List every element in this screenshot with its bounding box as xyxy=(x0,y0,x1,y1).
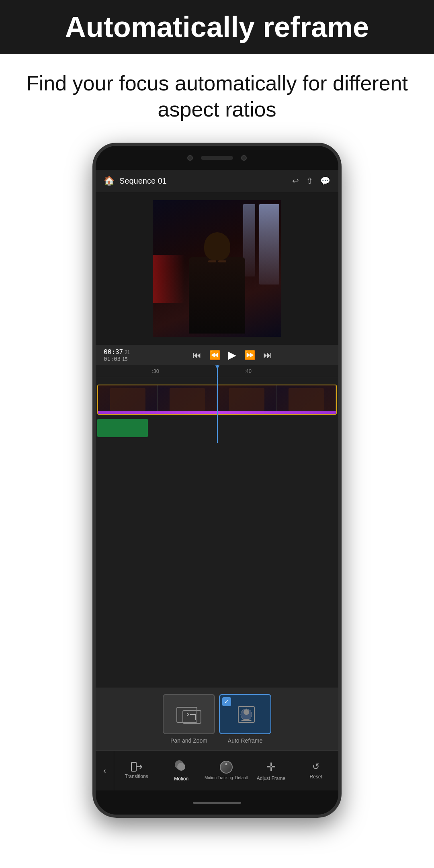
auto-reframe-box[interactable]: ✓ xyxy=(219,694,271,734)
toolbar-motion-button[interactable]: Motion xyxy=(159,751,204,790)
ruler-mark-30: :30 xyxy=(152,368,159,374)
motion-tracking-label: Motion Tracking: Default xyxy=(205,776,248,780)
glasses-right xyxy=(218,260,226,262)
knob-dot xyxy=(225,763,227,765)
timecode-current: 00:37 xyxy=(104,348,123,356)
playhead-line xyxy=(217,377,218,443)
person-container xyxy=(187,232,247,337)
timecode-total-row: 01:03 15 xyxy=(104,356,130,362)
motion-label: Motion xyxy=(174,776,188,782)
auto-reframe-item[interactable]: ✓ Auto Reframe xyxy=(219,694,271,744)
timeline-ruler: :30 :40 xyxy=(96,365,338,377)
timecode-frames-total: 15 xyxy=(122,356,127,362)
phone-wrapper: 🏠 Sequence 01 ↩ ⇧ 💬 xyxy=(0,143,434,818)
skip-to-start-button[interactable]: ⏮ xyxy=(192,350,201,360)
toolbar-transitions-button[interactable]: Transitions xyxy=(114,751,159,790)
front-camera xyxy=(187,155,193,161)
step-forward-button[interactable]: ⏩ xyxy=(244,350,255,360)
top-bar: 🏠 Sequence 01 ↩ ⇧ 💬 xyxy=(96,170,338,192)
timecode-total: 01:03 xyxy=(104,356,121,362)
toolbar-motion-tracking-button[interactable]: Motion Tracking: Default xyxy=(204,751,249,790)
playback-controls: ⏮ ⏪ ▶ ⏩ ⏭ xyxy=(134,349,330,361)
toolbar-reset-button[interactable]: ↺ Reset xyxy=(293,751,338,790)
motion-circle-front xyxy=(177,763,185,771)
svg-point-4 xyxy=(244,709,249,715)
red-neon xyxy=(153,255,185,303)
front-sensor xyxy=(241,155,247,161)
glasses-left xyxy=(208,260,216,262)
skip-to-end-button[interactable]: ⏭ xyxy=(263,350,272,360)
effects-items: Pan and Zoom ✓ xyxy=(102,694,332,744)
thumb-person-4 xyxy=(288,388,323,411)
play-button[interactable]: ▶ xyxy=(228,349,236,361)
transitions-label: Transitions xyxy=(125,774,148,779)
phone-device: 🏠 Sequence 01 ↩ ⇧ 💬 xyxy=(92,143,342,818)
share-icon[interactable]: ⇧ xyxy=(306,176,313,186)
green-track[interactable] xyxy=(97,419,148,437)
timecode-frames-current: 21 xyxy=(125,350,130,355)
timecode-left: 00:37 21 01:03 15 xyxy=(104,348,130,362)
tracks-section xyxy=(96,377,338,443)
pan-zoom-box[interactable] xyxy=(163,694,215,734)
phone-speaker xyxy=(201,156,233,160)
transitions-icon xyxy=(131,762,142,772)
pan-zoom-item[interactable]: Pan and Zoom xyxy=(163,694,215,744)
thumb-1 xyxy=(98,385,158,411)
timeline-area: :30 :40 xyxy=(96,365,338,688)
pan-zoom-icon xyxy=(175,703,203,725)
adjust-frame-icon: ✛ xyxy=(266,760,276,774)
app-screen: 🏠 Sequence 01 ↩ ⇧ 💬 xyxy=(96,170,338,790)
subtitle-text: Find your focus automatically for differ… xyxy=(0,54,434,131)
top-bar-icons: ↩ ⇧ 💬 xyxy=(292,176,330,186)
thumb-person-1 xyxy=(110,388,145,411)
auto-reframe-checkmark: ✓ xyxy=(222,697,231,706)
bottom-toolbar: ‹ Transitions Motion xyxy=(96,750,338,790)
header-banner: Automatically reframe xyxy=(0,0,434,54)
video-thumbnail xyxy=(153,200,281,337)
header-title: Automatically reframe xyxy=(16,11,418,43)
svg-rect-5 xyxy=(131,762,136,771)
timecode-current-row: 00:37 21 xyxy=(104,348,130,356)
svg-rect-1 xyxy=(183,710,201,723)
phone-bezel-top xyxy=(96,146,338,170)
timecode-bar: 00:37 21 01:03 15 ⏮ ⏪ ▶ ⏩ ⏭ xyxy=(96,345,338,365)
thumb-3 xyxy=(217,385,276,411)
video-preview xyxy=(96,192,338,345)
effects-panel: Pan and Zoom ✓ xyxy=(96,688,338,750)
home-icon[interactable]: 🏠 xyxy=(104,176,115,186)
motion-icon-container xyxy=(174,760,188,774)
thumb-4 xyxy=(276,385,336,411)
chat-icon[interactable]: 💬 xyxy=(320,176,330,186)
person-body xyxy=(189,257,245,334)
adjust-frame-label: Adjust Frame xyxy=(257,776,285,781)
toolbar-adjust-frame-button[interactable]: ✛ Adjust Frame xyxy=(249,751,294,790)
motion-tracking-icon xyxy=(220,761,233,774)
video-lights-1 xyxy=(259,204,279,285)
undo-icon[interactable]: ↩ xyxy=(292,176,299,186)
home-indicator xyxy=(193,802,241,804)
thumb-person-3 xyxy=(229,388,264,411)
reset-icon: ↺ xyxy=(312,762,319,772)
phone-bezel-bottom xyxy=(96,790,338,815)
step-back-button[interactable]: ⏪ xyxy=(209,350,220,360)
toolbar-back-button[interactable]: ‹ xyxy=(96,751,114,790)
sequence-title: Sequence 01 xyxy=(119,176,287,186)
ruler-mark-40: :40 xyxy=(244,368,252,374)
playhead-indicator xyxy=(215,365,219,369)
reset-label: Reset xyxy=(310,774,322,780)
thumb-2 xyxy=(158,385,217,411)
thumb-person-2 xyxy=(169,388,205,411)
person-head xyxy=(204,232,230,260)
timeline-playhead xyxy=(217,365,218,377)
pan-zoom-label: Pan and Zoom xyxy=(170,737,207,744)
auto-reframe-label: Auto Reframe xyxy=(228,737,262,744)
back-chevron-icon[interactable]: ‹ xyxy=(103,766,106,775)
auto-reframe-icon xyxy=(231,703,259,725)
